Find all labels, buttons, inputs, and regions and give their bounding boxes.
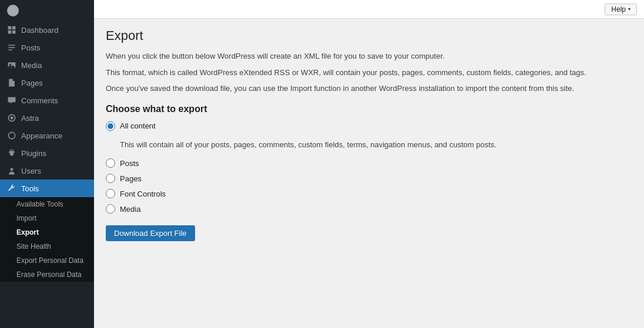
all-content-description: This will contain all of your posts, pag… xyxy=(120,139,632,151)
section-heading: Choose what to export xyxy=(106,104,632,114)
wp-logo-icon xyxy=(7,5,19,16)
description-3: Once you've saved the download file, you… xyxy=(106,83,632,94)
page-title: Export xyxy=(106,28,632,43)
appearance-icon xyxy=(7,131,16,140)
content-area: Export When you click the button below W… xyxy=(94,19,644,328)
tools-sub-nav: Available Tools Import Export Site Healt… xyxy=(0,197,94,282)
help-chevron-icon: ▾ xyxy=(628,6,630,12)
dashboard-icon xyxy=(7,25,16,35)
topbar: Help ▾ xyxy=(94,0,644,19)
nav-item-tools[interactable]: Tools xyxy=(0,180,94,197)
radio-posts-input[interactable] xyxy=(106,158,115,168)
nav-item-appearance[interactable]: Appearance xyxy=(0,127,94,144)
svg-rect-3 xyxy=(12,31,16,34)
radio-media[interactable]: Media xyxy=(106,204,632,214)
radio-media-input[interactable] xyxy=(106,204,115,214)
svg-point-7 xyxy=(11,117,14,120)
svg-rect-0 xyxy=(8,26,12,30)
media-icon xyxy=(7,60,16,70)
nav-item-pages[interactable]: Pages xyxy=(0,74,94,92)
radio-pages-input[interactable] xyxy=(106,174,115,183)
nav-item-plugins[interactable]: Plugins xyxy=(0,144,94,162)
nav-item-erase-personal-data[interactable]: Erase Personal Data xyxy=(0,268,94,282)
nav-item-available-tools[interactable]: Available Tools xyxy=(0,197,94,211)
nav-item-export[interactable]: Export xyxy=(0,225,94,239)
comments-icon xyxy=(7,96,16,105)
astra-icon xyxy=(7,113,16,123)
svg-point-5 xyxy=(9,64,11,66)
tools-icon xyxy=(7,184,16,193)
nav-item-astra[interactable]: Astra xyxy=(0,109,94,127)
radio-all-content-input[interactable] xyxy=(106,121,115,131)
pages-icon xyxy=(7,78,16,87)
sidebar-logo xyxy=(0,0,94,21)
radio-font-controls[interactable]: Font Controls xyxy=(106,189,632,198)
download-export-button[interactable]: Download Export File xyxy=(106,225,195,241)
posts-icon xyxy=(7,43,16,52)
radio-all-content[interactable]: All content xyxy=(106,121,632,131)
svg-rect-2 xyxy=(8,31,12,34)
radio-font-controls-input[interactable] xyxy=(106,189,115,198)
nav-item-media[interactable]: Media xyxy=(0,56,94,74)
radio-posts[interactable]: Posts xyxy=(106,158,632,168)
nav-item-import[interactable]: Import xyxy=(0,211,94,225)
main-area: Help ▾ Export When you click the button … xyxy=(94,0,644,328)
svg-point-8 xyxy=(11,168,14,171)
help-button[interactable]: Help ▾ xyxy=(605,4,637,15)
export-options: All content This will contain all of you… xyxy=(106,121,632,214)
nav-item-export-personal-data[interactable]: Export Personal Data xyxy=(0,253,94,268)
sidebar: Dashboard Posts Media Pages Comments Ast… xyxy=(0,0,94,328)
nav-item-users[interactable]: Users xyxy=(0,162,94,180)
svg-rect-1 xyxy=(12,26,16,30)
nav-item-site-health[interactable]: Site Health xyxy=(0,239,94,253)
plugins-icon xyxy=(7,148,16,158)
nav-item-dashboard[interactable]: Dashboard xyxy=(0,21,94,39)
nav-item-posts[interactable]: Posts xyxy=(0,39,94,56)
nav-item-comments[interactable]: Comments xyxy=(0,92,94,109)
description-1: When you click the button below WordPres… xyxy=(106,50,632,62)
users-icon xyxy=(7,166,16,175)
description-2: This format, which is called WordPress e… xyxy=(106,67,632,79)
radio-pages[interactable]: Pages xyxy=(106,174,632,183)
